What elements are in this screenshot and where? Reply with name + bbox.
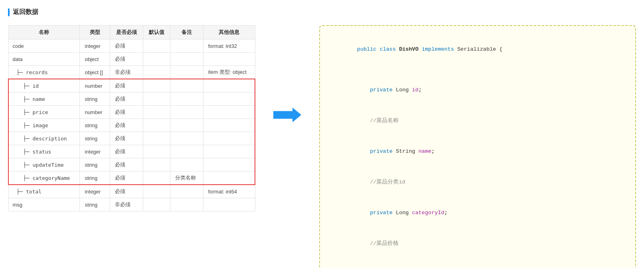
content-row: 名称 类型 是否必须 默认值 备注 其他信息 codeinteger必须form… [8,25,636,268]
table-row: ├─ pricenumber必须 [8,106,255,119]
svg-marker-0 [273,108,301,122]
cell-type: string [80,158,110,171]
cell-name: ├─ updateTime [8,158,80,171]
cell-name: data [8,53,80,66]
code-field-categoryid: private Long categoryId; [331,197,624,228]
col-note: 备注 [170,26,203,39]
table-row: ├─ categoryNamestring必须分类名称 [8,171,255,185]
cell-required: 必须 [110,158,143,171]
code-field-price: private BigDecimal price; [331,259,624,268]
cell-default [143,119,170,132]
cell-required: 必须 [110,171,143,185]
table-row: ├─ descriptionstring必须 [8,132,255,145]
cell-type: string [80,93,110,106]
cell-required: 必须 [110,39,143,53]
code-field-name: private String name; [331,136,624,167]
cell-required: 非必须 [110,66,143,79]
cell-type: number [80,79,110,93]
col-type: 类型 [80,26,110,39]
table-row: codeinteger必须format: int32 [8,39,255,53]
cell-type: string [80,171,110,185]
cell-required: 非必须 [110,198,143,211]
cell-default [143,106,170,119]
col-other: 其他信息 [203,26,255,39]
cell-default [143,132,170,145]
cell-default [143,158,170,171]
cell-other [203,106,255,119]
code-blank-1 [331,65,624,75]
cell-name: ├─ records [8,66,80,79]
cell-default [143,66,170,79]
cell-required: 必须 [110,145,143,158]
table-row: msgstring非必须 [8,198,255,211]
cell-required: 必须 [110,119,143,132]
cell-note [170,119,203,132]
cell-default [143,79,170,93]
cell-other [203,119,255,132]
cell-note [170,93,203,106]
cell-name: code [8,39,80,53]
cell-note [170,53,203,66]
cell-other [203,79,255,93]
cell-other [203,158,255,171]
cell-type: number [80,106,110,119]
cell-default [143,53,170,66]
cell-note [170,66,203,79]
cell-other [203,145,255,158]
cell-note [170,158,203,171]
cell-other [203,132,255,145]
arrow-section [271,25,303,125]
cell-type: object [] [80,66,110,79]
cell-default [143,145,170,158]
cell-other [203,171,255,185]
cell-other: format: int64 [203,185,255,198]
table-row: ├─ namestring必须 [8,93,255,106]
cell-type: integer [80,39,110,53]
cell-default [143,39,170,53]
table-section: 名称 类型 是否必须 默认值 备注 其他信息 codeinteger必须form… [8,25,255,211]
code-section: public class DishVO implements Serializa… [319,25,636,268]
cell-note [170,132,203,145]
table-row: ├─ statusinteger必须 [8,145,255,158]
cell-other [203,93,255,106]
cell-default [143,198,170,211]
code-comment-categoryid: //菜品分类id [331,167,624,197]
cell-note [170,106,203,119]
cell-default [143,93,170,106]
cell-required: 必须 [110,79,143,93]
api-table: 名称 类型 是否必须 默认值 备注 其他信息 codeinteger必须form… [8,25,255,211]
cell-type: integer [80,185,110,198]
cell-required: 必须 [110,106,143,119]
cell-name: ├─ categoryName [8,171,80,185]
cell-other: format: int32 [203,39,255,53]
cell-other [203,198,255,211]
cell-type: integer [80,145,110,158]
section-title-text: 返回数据 [13,8,38,16]
cell-default [143,171,170,185]
cell-required: 必须 [110,132,143,145]
table-row: ├─ imagestring必须 [8,119,255,132]
col-required: 是否必须 [110,26,143,39]
arrow-right-icon [273,105,301,125]
cell-type: string [80,132,110,145]
code-field-id: private Long id; [331,75,624,106]
cell-name: msg [8,198,80,211]
table-row: ├─ totalinteger必须format: int64 [8,185,255,198]
table-row: dataobject必须 [8,53,255,66]
cell-required: 必须 [110,93,143,106]
code-comment-price: //菜品价格 [331,228,624,259]
title-bar [8,8,10,16]
table-row: ├─ updateTimestring必须 [8,158,255,171]
cell-note [170,185,203,198]
cell-name: ├─ total [8,185,80,198]
cell-note [170,79,203,93]
table-header-row: 名称 类型 是否必须 默认值 备注 其他信息 [8,26,255,39]
cell-name: ├─ id [8,79,80,93]
table-row: ├─ idnumber必须 [8,79,255,93]
col-name: 名称 [8,26,80,39]
cell-note [170,145,203,158]
cell-type: object [80,53,110,66]
cell-note [170,39,203,53]
cell-name: ├─ name [8,93,80,106]
cell-other [203,53,255,66]
